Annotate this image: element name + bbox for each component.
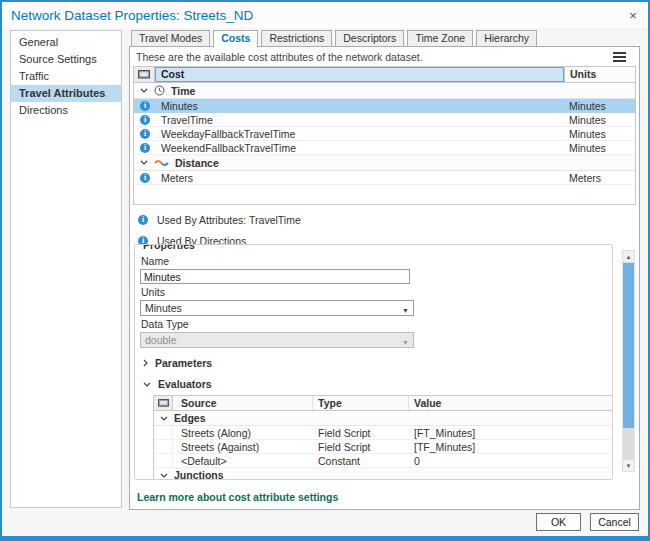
row-icon-cell (154, 454, 173, 467)
evaluator-column-icon (134, 67, 155, 82)
source-column-header[interactable]: Source (173, 396, 313, 410)
ok-button[interactable]: OK (536, 513, 581, 531)
cost-row-meters[interactable]: i Meters Meters (134, 171, 635, 185)
tab-restrictions[interactable]: Restrictions (261, 30, 332, 47)
chevron-down-icon[interactable] (160, 416, 168, 421)
cost-units: Minutes (564, 128, 635, 140)
data-type-selected-value: double (145, 334, 177, 346)
group-row-edges[interactable]: Edges (154, 411, 613, 426)
learn-more-link[interactable]: Learn more about cost attribute settings (137, 491, 338, 503)
info-icon: i (138, 215, 148, 225)
evaluators-expander[interactable]: Evaluators (143, 378, 604, 390)
parameters-label: Parameters (155, 357, 212, 369)
footer-buttons: OK Cancel (536, 513, 639, 531)
info-icon: i (140, 173, 150, 183)
chevron-down-icon[interactable] (140, 160, 148, 165)
group-label-time: Time (171, 85, 195, 97)
row-icon-cell (154, 440, 173, 453)
scrollbar-thumb[interactable] (623, 263, 634, 428)
cost-name: Minutes (150, 100, 564, 112)
name-label: Name (141, 255, 604, 267)
network-dataset-properties-dialog: Network Dataset Properties: Streets_ND ×… (0, 0, 650, 541)
cost-name: WeekendFallbackTravelTime (150, 142, 564, 154)
chevron-down-icon: ▼ (402, 304, 409, 318)
evaluators-table-header: Source Type Value (154, 396, 613, 411)
content-area: Travel Modes Costs Restrictions Descript… (129, 30, 640, 510)
cost-units: Minutes (564, 100, 635, 112)
scroll-down-icon[interactable]: ▼ (622, 459, 635, 472)
scrollbar-track[interactable] (622, 263, 635, 459)
evaluator-column-icon (154, 396, 173, 410)
cost-units: Meters (564, 172, 635, 184)
close-button[interactable]: × (618, 4, 648, 26)
source-cell: Streets (Against) (173, 441, 313, 453)
chevron-down-icon: ▼ (402, 336, 409, 350)
cost-row-traveltime[interactable]: i TravelTime Minutes (134, 113, 635, 127)
dialog-title: Network Dataset Properties: Streets_ND (11, 8, 618, 23)
costs-panel: These are the available cost attributes … (129, 46, 640, 510)
group-label-edges: Edges (174, 412, 206, 424)
group-label-junctions: Junctions (174, 469, 224, 480)
cost-row-weekend-fallback[interactable]: i WeekendFallbackTravelTime Minutes (134, 141, 635, 155)
name-field[interactable] (140, 269, 410, 284)
tab-hierarchy[interactable]: Hierarchy (476, 30, 537, 47)
group-row-junctions[interactable]: Junctions (154, 468, 613, 480)
units-selected-value: Minutes (145, 302, 182, 314)
source-cell: Streets (Along) (173, 427, 313, 439)
cost-row-minutes[interactable]: i Minutes Minutes (134, 99, 635, 113)
units-label: Units (141, 286, 604, 298)
group-row-distance[interactable]: Distance (134, 155, 635, 171)
cost-column-header[interactable]: Cost (155, 67, 564, 82)
sidebar-item-travel-attributes[interactable]: Travel Attributes (11, 85, 121, 102)
tab-bar: Travel Modes Costs Restrictions Descript… (129, 30, 640, 47)
evaluator-row-default-edges[interactable]: <Default> Constant 0 (154, 454, 613, 468)
clock-icon (154, 85, 165, 96)
tab-travel-modes[interactable]: Travel Modes (131, 30, 210, 47)
evaluator-row-streets-along[interactable]: Streets (Along) Field Script [FT_Minutes… (154, 426, 613, 440)
parameters-expander[interactable]: Parameters (143, 357, 604, 369)
table-empty-space (134, 185, 635, 204)
description-row: These are the available cost attributes … (130, 47, 639, 65)
type-column-header[interactable]: Type (313, 396, 409, 410)
properties-scrollbar[interactable]: ▲ ▼ (622, 250, 635, 472)
type-cell: Constant (313, 455, 409, 467)
dialog-body: General Source Settings Traffic Travel A… (2, 28, 648, 510)
tab-costs[interactable]: Costs (213, 30, 258, 48)
cost-row-weekday-fallback[interactable]: i WeekdayFallbackTravelTime Minutes (134, 127, 635, 141)
info-icon: i (140, 143, 150, 153)
value-column-header[interactable]: Value (409, 396, 613, 410)
cost-units: Minutes (564, 142, 635, 154)
chevron-down-icon[interactable] (143, 382, 151, 387)
cost-units: Minutes (564, 114, 635, 126)
units-dropdown[interactable]: Minutes ▼ (140, 300, 414, 316)
value-cell: 0 (409, 455, 613, 467)
menu-icon[interactable] (613, 52, 627, 63)
close-icon: × (629, 8, 637, 23)
value-cell: [TF_Minutes] (409, 441, 613, 453)
evaluator-row-streets-against[interactable]: Streets (Against) Field Script [TF_Minut… (154, 440, 613, 454)
cost-attributes-table: Cost Units Time i Minutes Minutes (133, 66, 636, 205)
scroll-up-icon[interactable]: ▲ (622, 250, 635, 263)
info-icon: i (140, 101, 150, 111)
tab-time-zone[interactable]: Time Zone (407, 30, 473, 47)
sidebar-item-source-settings[interactable]: Source Settings (11, 51, 121, 68)
cost-table-header: Cost Units (134, 67, 635, 83)
data-type-dropdown: double ▼ (140, 332, 414, 348)
used-by-attributes-row: i Used By Attributes: TravelTime (133, 214, 639, 226)
units-column-header[interactable]: Units (564, 67, 635, 82)
group-row-time[interactable]: Time (134, 83, 635, 99)
chevron-down-icon[interactable] (140, 88, 148, 93)
sidebar-item-general[interactable]: General (11, 34, 121, 51)
info-icon: i (140, 129, 150, 139)
sidebar-item-directions[interactable]: Directions (11, 102, 121, 119)
evaluators-label: Evaluators (158, 378, 212, 390)
cost-name: TravelTime (150, 114, 564, 126)
cancel-button[interactable]: Cancel (590, 513, 639, 531)
sidebar-item-traffic[interactable]: Traffic (11, 68, 121, 85)
distance-icon (154, 159, 169, 167)
chevron-right-icon[interactable] (143, 359, 148, 367)
chevron-down-icon[interactable] (160, 473, 168, 478)
properties-legend: Properties (140, 244, 198, 251)
tab-descriptors[interactable]: Descriptors (335, 30, 404, 47)
type-cell: Field Script (313, 427, 409, 439)
